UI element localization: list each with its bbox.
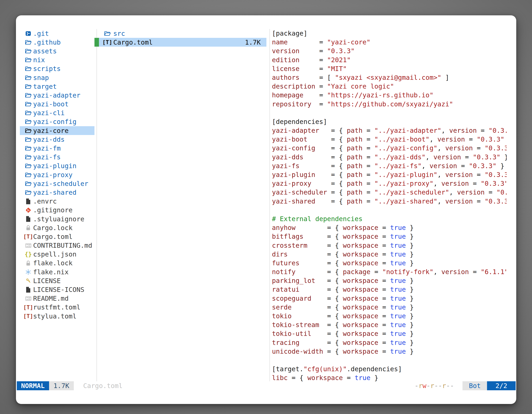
sidebar-item-yazi-adapter[interactable]: yazi-adapter	[20, 91, 95, 100]
sidebar-item-yazi-fs[interactable]: yazi-fs	[20, 153, 95, 162]
file-permissions: -rw-r--r--	[415, 381, 454, 390]
item-label: yazi-shared	[33, 189, 76, 196]
sidebar-item-yazi-fm[interactable]: yazi-fm	[20, 144, 95, 153]
sidebar-item-flake.lock[interactable]: flake.lock	[20, 259, 95, 268]
preview-line: yazi-plugin = { path = "../yazi-plugin",…	[272, 170, 507, 179]
sidebar-item-.styluaignore[interactable]: .styluaignore	[20, 215, 95, 223]
folder-icon	[103, 31, 112, 36]
preview-line: ratatui = { workspace = true }	[272, 285, 507, 294]
item-label: Cargo.toml	[33, 233, 73, 241]
preview-line: yazi-shared = { path = "../yazi-shared",…	[272, 197, 507, 206]
preview-line: tracing = { workspace = true }	[272, 338, 507, 347]
file-icon	[25, 198, 31, 204]
item-label: CONTRIBUTING.md	[33, 241, 92, 249]
preview-line	[272, 356, 507, 365]
sidebar-item-stylua.toml[interactable]: [T]stylua.toml	[20, 312, 95, 320]
file-item-src[interactable]: src	[95, 29, 266, 38]
sidebar-item-cspell.json[interactable]: {}cspell.json	[20, 250, 95, 259]
sidebar-item-.github[interactable]: .github	[20, 38, 95, 47]
folder-icon	[25, 57, 31, 63]
cursor-marker	[95, 38, 99, 47]
status-bar-left: NORMAL 1.7K Cargo.toml	[17, 381, 123, 390]
lock-icon	[25, 260, 31, 266]
item-label: README.md	[33, 295, 68, 302]
sidebar-item-yazi-cli[interactable]: yazi-cli	[20, 109, 95, 117]
sidebar-item-yazi-config[interactable]: yazi-config	[20, 117, 95, 126]
sidebar-item-snap[interactable]: snap	[20, 73, 95, 82]
file-item-Cargo.toml[interactable]: [T]Cargo.toml1.7K	[95, 38, 266, 47]
sidebar-item-CONTRIBUTING.md[interactable]: CONTRIBUTING.md	[20, 241, 95, 250]
sidebar-item-yazi-shared[interactable]: yazi-shared	[20, 188, 95, 197]
sidebar-item-LICENSE[interactable]: LICENSE	[20, 276, 95, 285]
pane-separator-right	[269, 29, 270, 381]
folder-icon	[25, 101, 31, 107]
item-label: nix	[33, 56, 45, 64]
preview-line: yazi-proxy = { path = "../yazi-proxy", v…	[272, 179, 507, 188]
item-label: yazi-scheduler	[33, 180, 88, 188]
sidebar-item-yazi-dds[interactable]: yazi-dds	[20, 135, 95, 144]
preview-line: parking_lot = { workspace = true }	[272, 276, 507, 285]
preview-line: [package]	[272, 29, 507, 38]
sidebar-item-assets[interactable]: assets	[20, 47, 95, 55]
yazi-terminal-window: .git.githubassetsnixscriptssnaptargetyaz…	[16, 15, 516, 404]
preview-line: unicode-width = { workspace = true }	[272, 347, 507, 356]
preview-line: tokio-stream = { workspace = true }	[272, 320, 507, 329]
preview-line: tokio-util = { workspace = true }	[272, 329, 507, 338]
folder-icon	[25, 84, 31, 89]
toml-icon: [T]	[103, 39, 112, 45]
folder-icon	[25, 75, 31, 80]
sidebar-item-.gitignore[interactable]: .gitignore	[20, 206, 95, 215]
sidebar-item-nix[interactable]: nix	[20, 56, 95, 64]
item-label: .styluaignore	[33, 215, 84, 223]
markdown-icon	[25, 296, 31, 301]
item-label: yazi-config	[33, 118, 76, 125]
file-size-chip: 1.7K	[49, 381, 74, 390]
preview-line	[272, 206, 507, 215]
status-filename: Cargo.toml	[83, 381, 123, 390]
sidebar-item-Cargo.toml[interactable]: [T]Cargo.toml	[20, 232, 95, 241]
item-label: rustfmt.toml	[33, 303, 80, 311]
sidebar-item-Cargo.lock[interactable]: Cargo.lock	[20, 223, 95, 232]
item-label: snap	[33, 74, 49, 82]
status-bar-right: -rw-r--r-- Bot 2/2	[415, 381, 516, 390]
preview-line: # External dependencies	[272, 215, 507, 223]
folder-icon	[25, 93, 31, 98]
preview-line: yazi-fs = { path = "../yazi-fs", version…	[272, 162, 507, 170]
sidebar-item-.envrc[interactable]: .envrc	[20, 197, 95, 206]
git-diamond-icon	[25, 207, 31, 213]
sidebar-item-yazi-scheduler[interactable]: yazi-scheduler	[20, 179, 95, 188]
folder-icon	[25, 181, 31, 186]
sidebar-item-yazi-proxy[interactable]: yazi-proxy	[20, 170, 95, 179]
key-icon	[25, 278, 31, 284]
sidebar-item-flake.nix[interactable]: flake.nix	[20, 268, 95, 276]
sidebar-item-.git[interactable]: .git	[20, 29, 95, 38]
sidebar-item-yazi-plugin[interactable]: yazi-plugin	[20, 162, 95, 170]
preview-line: tokio = { workspace = true }	[272, 312, 507, 320]
item-label: .gitignore	[33, 206, 73, 214]
sidebar-item-rustfmt.toml[interactable]: [T]rustfmt.toml	[20, 303, 95, 312]
item-label: yazi-core	[33, 127, 68, 135]
sidebar-item-yazi-core[interactable]: yazi-core	[20, 126, 95, 135]
item-label: scripts	[33, 65, 61, 73]
sidebar-item-yazi-boot[interactable]: yazi-boot	[20, 100, 95, 109]
sidebar-item-target[interactable]: target	[20, 82, 95, 91]
preview-line: notify = { package = "notify-fork", vers…	[272, 268, 507, 276]
sidebar-item-LICENSE-ICONS[interactable]: LICENSE-ICONS	[20, 285, 95, 294]
item-label: .git	[33, 30, 49, 38]
item-label: src	[113, 30, 125, 38]
markdown-icon	[25, 243, 31, 248]
item-label: LICENSE	[33, 277, 61, 285]
item-label: yazi-adapter	[33, 91, 80, 99]
git-badge-icon	[25, 31, 31, 36]
folder-icon	[25, 66, 31, 71]
preview-line: homepage = "https://yazi-rs.github.io"	[272, 91, 507, 100]
preview-line: serde = { workspace = true }	[272, 303, 507, 312]
folder-icon	[25, 172, 31, 178]
status-bar: NORMAL 1.7K Cargo.toml -rw-r--r-- Bot 2/…	[16, 381, 516, 390]
preview-line: yazi-adapter = { path = "../yazi-adapter…	[272, 126, 507, 135]
sidebar-item-scripts[interactable]: scripts	[20, 64, 95, 73]
cursor-position-chip: 2/2	[487, 381, 516, 390]
item-label: flake.lock	[33, 259, 73, 267]
sidebar-item-README.md[interactable]: README.md	[20, 294, 95, 303]
file-icon	[25, 287, 31, 293]
